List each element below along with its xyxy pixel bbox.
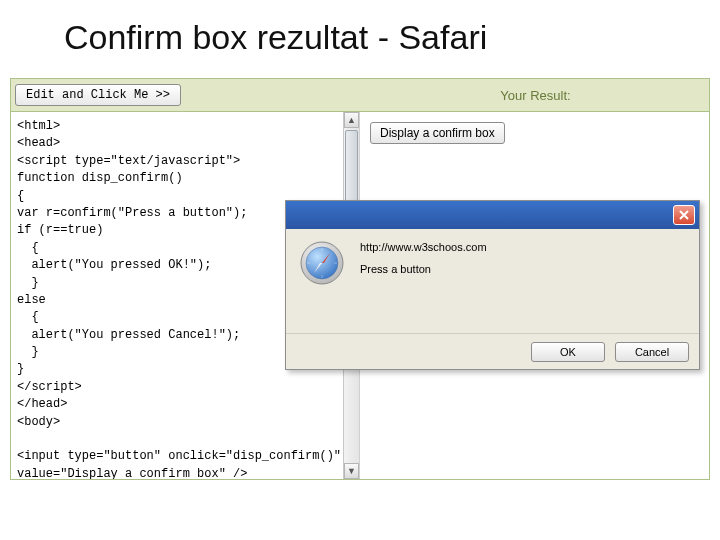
dialog-host-text: http://www.w3schoos.com: [360, 241, 487, 253]
dialog-titlebar[interactable]: [286, 201, 699, 229]
dialog-message-text: Press a button: [360, 263, 487, 275]
ok-button[interactable]: OK: [531, 342, 605, 362]
cancel-button[interactable]: Cancel: [615, 342, 689, 362]
scroll-up-button[interactable]: ▲: [344, 112, 359, 128]
safari-icon: [298, 239, 346, 287]
result-heading: Your Result:: [500, 88, 570, 103]
scroll-down-button[interactable]: ▼: [344, 463, 359, 479]
display-confirm-button[interactable]: Display a confirm box: [370, 122, 505, 144]
confirm-dialog: http://www.w3schoos.com Press a button O…: [285, 200, 700, 370]
topbar: Edit and Click Me >> Your Result:: [10, 78, 710, 112]
close-icon: [679, 206, 689, 224]
edit-and-run-button[interactable]: Edit and Click Me >>: [15, 84, 181, 106]
page-title: Confirm box rezultat - Safari: [0, 0, 720, 69]
close-button[interactable]: [673, 205, 695, 225]
